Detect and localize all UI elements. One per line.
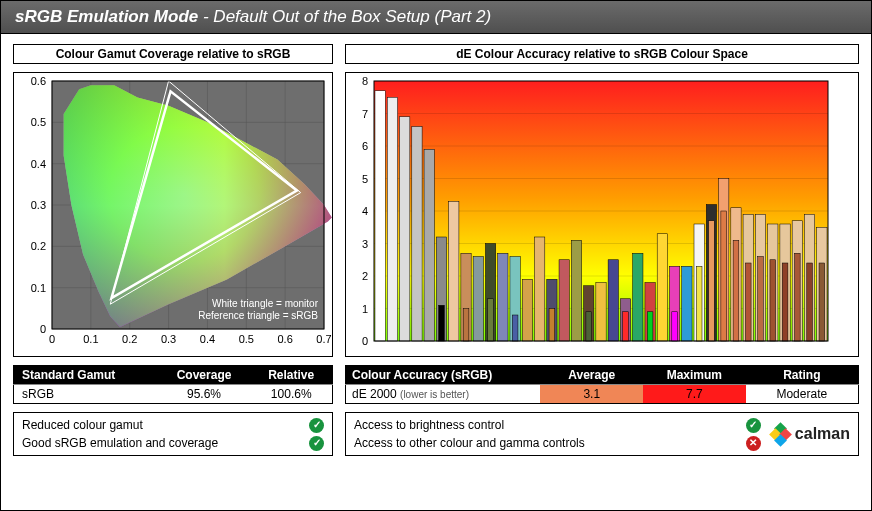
acc-row-name: dE 2000 (lower is better) [346, 385, 541, 404]
svg-rect-90 [745, 263, 751, 341]
gamut-row-rel: 100.6% [250, 385, 332, 404]
acc-row-avg: 3.1 [540, 385, 643, 404]
check-icon: ✓ [309, 418, 324, 433]
accuracy-table: Colour Accuracy (sRGB) Average Maximum R… [345, 365, 859, 404]
svg-text:Reference triangle = sRGB: Reference triangle = sRGB [198, 310, 318, 321]
svg-rect-47 [387, 97, 397, 341]
acc-th-name: Colour Accuracy (sRGB) [346, 366, 541, 385]
gamut-th-cov: Coverage [158, 366, 251, 385]
gamut-chart-title: Colour Gamut Coverage relative to sRGB [13, 44, 333, 64]
acc-row-rat: Moderate [746, 385, 859, 404]
access-notes: Access to brightness control✓Access to o… [345, 412, 859, 456]
de-chart: 012345678 [345, 72, 859, 357]
svg-rect-56 [473, 257, 483, 342]
svg-text:3: 3 [362, 238, 368, 250]
svg-rect-49 [412, 127, 422, 342]
svg-rect-92 [758, 257, 764, 342]
gamut-row-cov: 95.6% [158, 385, 251, 404]
svg-rect-55 [463, 309, 469, 342]
svg-rect-96 [782, 263, 788, 341]
svg-rect-53 [449, 201, 459, 341]
calman-logo-text: calman [795, 425, 850, 443]
svg-text:8: 8 [362, 75, 368, 87]
svg-rect-82 [696, 266, 702, 341]
svg-text:7: 7 [362, 108, 368, 120]
svg-text:0.7: 0.7 [316, 333, 331, 345]
svg-rect-52 [439, 305, 445, 341]
note-text: Good sRGB emulation and coverage [22, 434, 218, 452]
svg-text:0.4: 0.4 [31, 158, 46, 170]
check-icon: ✓ [309, 436, 324, 451]
svg-text:0.6: 0.6 [277, 333, 292, 345]
gamut-notes: Reduced colour gamut✓Good sRGB emulation… [13, 412, 333, 456]
svg-text:2: 2 [362, 270, 368, 282]
acc-th-avg: Average [540, 366, 643, 385]
svg-rect-61 [512, 315, 518, 341]
svg-text:0.1: 0.1 [31, 282, 46, 294]
note-text: Reduced colour gamut [22, 416, 143, 434]
cross-icon: ✕ [746, 436, 761, 451]
svg-rect-98 [794, 253, 800, 341]
svg-text:White triangle = monitor: White triangle = monitor [212, 298, 319, 309]
svg-rect-70 [596, 283, 606, 342]
title-sub: - Default Out of the Box Setup (Part 2) [203, 7, 491, 26]
svg-rect-100 [807, 263, 813, 341]
gamut-table: Standard Gamut Coverage Relative sRGB 95… [13, 365, 333, 404]
svg-rect-71 [608, 260, 618, 341]
svg-rect-80 [682, 266, 692, 341]
svg-text:0.1: 0.1 [83, 333, 98, 345]
svg-text:6: 6 [362, 140, 368, 152]
calman-logo: calman [771, 424, 850, 444]
svg-rect-48 [400, 117, 410, 341]
svg-rect-62 [522, 279, 532, 341]
acc-row-max: 7.7 [643, 385, 746, 404]
svg-rect-65 [549, 309, 555, 342]
note-row: Reduced colour gamut✓ [22, 416, 324, 434]
svg-rect-84 [709, 221, 715, 341]
svg-rect-46 [375, 91, 385, 341]
note-text: Access to other colour and gamma control… [354, 434, 585, 452]
note-row: Access to other colour and gamma control… [354, 434, 761, 452]
svg-text:0.3: 0.3 [31, 199, 46, 211]
svg-rect-74 [633, 253, 643, 341]
svg-rect-76 [647, 312, 653, 341]
svg-text:0.5: 0.5 [239, 333, 254, 345]
gamut-row-name: sRGB [14, 385, 158, 404]
svg-text:0: 0 [362, 335, 368, 347]
check-icon: ✓ [746, 418, 761, 433]
svg-text:0.5: 0.5 [31, 116, 46, 128]
acc-th-max: Maximum [643, 366, 746, 385]
note-text: Access to brightness control [354, 416, 504, 434]
svg-rect-66 [559, 260, 569, 341]
calman-logo-icon [771, 424, 791, 444]
svg-text:4: 4 [362, 205, 368, 217]
svg-rect-69 [586, 312, 592, 341]
svg-text:0.4: 0.4 [200, 333, 215, 345]
note-row: Access to brightness control✓ [354, 416, 761, 434]
svg-text:5: 5 [362, 173, 368, 185]
gamut-th-name: Standard Gamut [14, 366, 158, 385]
svg-rect-63 [534, 237, 544, 341]
svg-rect-59 [498, 253, 508, 341]
svg-rect-50 [424, 149, 434, 341]
svg-rect-77 [657, 234, 667, 341]
svg-rect-94 [770, 260, 776, 341]
note-row: Good sRGB emulation and coverage✓ [22, 434, 324, 452]
svg-rect-86 [721, 211, 727, 341]
svg-rect-79 [672, 312, 678, 341]
svg-text:0.6: 0.6 [31, 75, 46, 87]
svg-text:0: 0 [40, 323, 46, 335]
svg-text:1: 1 [362, 303, 368, 315]
svg-rect-88 [733, 240, 739, 341]
svg-rect-58 [488, 299, 494, 341]
svg-text:0: 0 [49, 333, 55, 345]
gamut-th-rel: Relative [250, 366, 332, 385]
gamut-chart: White triangle = monitorReference triang… [13, 72, 333, 357]
acc-th-rat: Rating [746, 366, 859, 385]
title-main: sRGB Emulation Mode [15, 7, 198, 26]
svg-text:0.2: 0.2 [31, 240, 46, 252]
svg-rect-67 [571, 240, 581, 341]
page-title: sRGB Emulation Mode - Default Out of the… [1, 1, 871, 34]
svg-text:0.2: 0.2 [122, 333, 137, 345]
de-chart-title: dE Colour Accuracy relative to sRGB Colo… [345, 44, 859, 64]
